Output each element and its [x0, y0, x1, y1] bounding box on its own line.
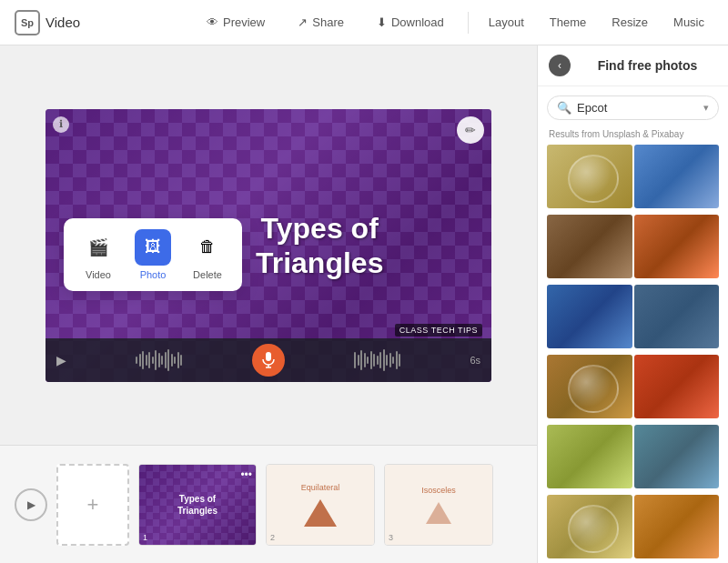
photo-cell-9[interactable] [547, 425, 632, 488]
thumb3-triangle [426, 502, 451, 524]
video-icon: 🎬 [80, 229, 116, 266]
popup-photo-label: Photo [140, 269, 167, 280]
timeline-slide-3[interactable]: Isosceles 3 [384, 464, 493, 546]
resize-button[interactable]: Resize [602, 10, 657, 35]
popup-menu: 🎬 Video 🖼 Photo 🗑 Delete [64, 218, 242, 291]
preview-icon: 👁 [207, 15, 218, 29]
search-dropdown-icon[interactable]: ▾ [703, 102, 709, 114]
add-slide-button[interactable]: + [56, 464, 129, 546]
header-divider [468, 12, 469, 34]
photo-grid [538, 145, 728, 563]
photo-cell-5[interactable] [547, 285, 632, 348]
panel-header: ‹ Find free photos [538, 45, 728, 86]
right-panel: ‹ Find free photos 🔍 ▾ Results from Unsp… [537, 45, 728, 563]
download-icon: ⬇ [377, 15, 387, 29]
edit-icon[interactable]: ✏ [457, 116, 484, 144]
waveform-left [136, 349, 182, 371]
popup-video-item[interactable]: 🎬 Video [78, 229, 118, 280]
thumb1-text: Types ofTriangles [177, 493, 217, 517]
audio-bar: ▶ [46, 338, 491, 382]
popup-delete-item[interactable]: 🗑 Delete [187, 229, 228, 280]
mic-button[interactable] [252, 344, 285, 377]
thumb1-menu-icon[interactable]: ••• [240, 468, 252, 481]
download-button[interactable]: ⬇ Download [364, 10, 457, 35]
main-layout: 🎬 Video 🖼 Photo 🗑 Delete ℹ [0, 45, 728, 563]
timeline-play-button[interactable]: ▶ [15, 488, 47, 521]
canvas-area: 🎬 Video 🖼 Photo 🗑 Delete ℹ [0, 45, 537, 563]
popup-delete-label: Delete [193, 269, 222, 280]
waveform-right [354, 349, 400, 371]
photo-cell-4[interactable] [634, 215, 720, 278]
popup-photo-item[interactable]: 🖼 Photo [133, 229, 173, 280]
svg-rect-0 [266, 352, 271, 361]
slide-duration: 6s [470, 355, 480, 366]
photo-cell-3[interactable] [547, 215, 632, 278]
info-icon[interactable]: ℹ [53, 116, 69, 133]
thumb3-number: 3 [389, 533, 393, 542]
results-label: Results from Unsplash & Pixabay [538, 129, 728, 145]
header: Sp Video 👁 Preview ↗ Share ⬇ Download La… [0, 0, 728, 45]
music-button[interactable]: Music [664, 10, 713, 35]
photo-cell-6[interactable] [634, 285, 720, 348]
preview-button[interactable]: 👁 Preview [194, 10, 278, 35]
photo-cell-8[interactable] [634, 355, 720, 418]
photo-cell-11[interactable] [547, 495, 632, 558]
thumb1-number: 1 [143, 533, 147, 542]
timeline: ▶ + Types ofTriangles 1 ••• Equilateral … [0, 445, 537, 563]
logo-area: Sp Video [15, 10, 80, 35]
timeline-slide-1[interactable]: Types ofTriangles 1 ••• [138, 464, 257, 546]
timeline-slide-2[interactable]: Equilateral 2 [266, 464, 375, 546]
slide-wrapper: 🎬 Video 🖼 Photo 🗑 Delete ℹ [0, 45, 537, 445]
theme-button[interactable]: Theme [541, 10, 595, 35]
photo-cell-2[interactable] [634, 145, 720, 208]
thumb2-triangle [304, 499, 337, 527]
thumb2-label: Equilateral [301, 483, 340, 492]
app-title: Video [46, 15, 80, 30]
delete-icon: 🗑 [189, 229, 226, 266]
photo-cell-12[interactable] [634, 495, 720, 558]
layout-button[interactable]: Layout [480, 10, 533, 35]
popup-video-label: Video [86, 269, 111, 280]
audio-play-button[interactable]: ▶ [56, 353, 66, 367]
slide-container: 🎬 Video 🖼 Photo 🗑 Delete ℹ [46, 109, 491, 382]
panel-back-button[interactable]: ‹ [549, 55, 571, 76]
photo-cell-10[interactable] [634, 425, 720, 488]
thumb2-number: 2 [270, 533, 275, 542]
slide-badge: CLASS TECH TIPS [395, 324, 482, 337]
photo-cell-7[interactable] [547, 355, 632, 418]
panel-title: Find free photos [578, 58, 717, 73]
share-button[interactable]: ↗ Share [285, 10, 357, 35]
search-wrapper: 🔍 ▾ [547, 96, 719, 120]
search-input[interactable] [577, 101, 698, 115]
photo-icon: 🖼 [135, 229, 171, 266]
thumb3-label: Isosceles [421, 486, 456, 495]
search-icon: 🔍 [557, 101, 571, 115]
logo-icon: Sp [15, 10, 40, 35]
slide-title: Types of Triangles [256, 210, 384, 280]
search-bar: 🔍 ▾ [547, 96, 719, 120]
share-icon: ↗ [298, 15, 308, 29]
photo-cell-1[interactable] [547, 145, 632, 208]
